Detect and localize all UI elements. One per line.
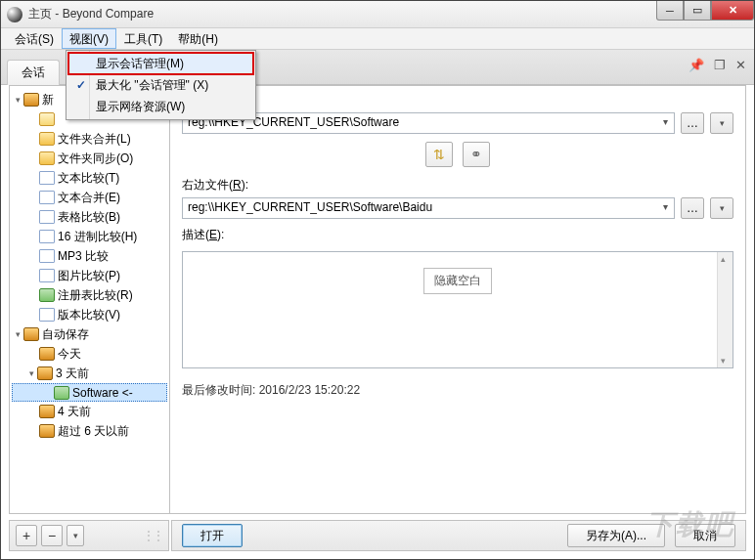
doc-icon <box>39 308 55 322</box>
cube-icon <box>37 366 53 380</box>
window-controls: ─ ▭ ✕ <box>656 1 754 21</box>
menu-item-label: 最大化 "会话管理" (X) <box>96 77 208 94</box>
add-session-button[interactable]: + <box>16 525 37 546</box>
registry-icon <box>54 386 69 400</box>
tab-close-icon[interactable]: ✕ <box>735 58 746 72</box>
resize-grip-icon: ⋮⋮ <box>143 529 162 542</box>
menu-show-session-manager[interactable]: 显示会话管理(M) <box>68 53 253 74</box>
save-as-button[interactable]: 另存为(A)... <box>567 524 665 547</box>
registry-icon <box>39 288 55 302</box>
tree-version-compare[interactable]: 版本比较(V) <box>12 305 167 324</box>
right-browse-dropdown[interactable] <box>710 197 733 219</box>
folder-icon <box>39 151 55 165</box>
cancel-button[interactable]: 取消 <box>675 524 735 547</box>
window-titlebar: 主页 - Beyond Compare ─ ▭ ✕ <box>1 1 754 28</box>
session-tree-sidebar: ▾新 文件夹合并(L) 文件夹同步(O) 文本比较(T) 文本合并(E) 表格比… <box>10 86 170 513</box>
description-scrollbar[interactable] <box>717 252 733 367</box>
remove-session-button[interactable]: − <box>41 525 63 546</box>
tree-image-compare[interactable]: 图片比较(P) <box>12 266 167 285</box>
tree-auto-save[interactable]: ▾自动保存 <box>12 324 167 344</box>
tree-text-compare[interactable]: 文本比较(T) <box>12 168 167 188</box>
menu-help[interactable]: 帮助(H) <box>170 28 226 49</box>
cube-icon <box>23 93 39 107</box>
close-button[interactable]: ✕ <box>711 1 754 21</box>
last-modified-line: 最后修改时间: 2016/2/23 15:20:22 <box>170 368 745 405</box>
right-path-combo[interactable]: reg:\\HKEY_CURRENT_USER\Software\Baidu <box>182 197 675 219</box>
hidden-blank-placeholder: 隐藏空白 <box>423 268 492 294</box>
menu-view[interactable]: 视图(V) <box>62 28 116 49</box>
left-browse-button[interactable]: … <box>681 112 704 134</box>
right-file-section: 右边文件(R): reg:\\HKEY_CURRENT_USER\Softwar… <box>170 177 745 221</box>
tree-label: 版本比较(V) <box>58 307 120 323</box>
minimize-button[interactable]: ─ <box>656 1 684 21</box>
last-modified-label: 最后修改时间: <box>182 383 259 397</box>
left-file-section: 左边文件(L): reg:\\HKEY_CURRENT_USER\Softwar… <box>170 86 745 136</box>
tree-label: Software <- <box>72 386 133 400</box>
swap-link-buttons: ⇅ ⚭ <box>170 136 745 177</box>
content-bottom-toolbar: 打开 另存为(A)... 取消 <box>171 520 746 551</box>
menu-item-label: 显示会话管理(M) <box>96 56 184 72</box>
swap-sides-button[interactable]: ⇅ <box>425 142 453 167</box>
session-tree: ▾新 文件夹合并(L) 文件夹同步(O) 文本比较(T) 文本合并(E) 表格比… <box>10 86 169 445</box>
cube-icon <box>39 405 55 418</box>
session-options-dropdown[interactable] <box>67 525 84 546</box>
cube-icon <box>23 327 39 341</box>
tree-text-merge[interactable]: 文本合并(E) <box>12 188 167 207</box>
description-label: 描述(E): <box>182 227 733 243</box>
open-button[interactable]: 打开 <box>182 524 243 547</box>
tree-label: 今天 <box>58 346 81 363</box>
last-modified-value: 2016/2/23 15:20:22 <box>259 383 360 397</box>
menu-item-label: 显示网络资源(W) <box>96 99 185 115</box>
tree-mp3-compare[interactable]: MP3 比较 <box>12 246 167 266</box>
left-browse-dropdown[interactable] <box>710 112 733 134</box>
doc-icon <box>39 249 55 263</box>
right-browse-button[interactable]: … <box>681 197 704 219</box>
pin-icon[interactable]: 📌 <box>688 58 704 72</box>
description-textarea[interactable]: 隐藏空白 <box>182 251 733 368</box>
cube-icon <box>39 424 55 438</box>
doc-icon <box>39 210 55 224</box>
menu-show-network-resources[interactable]: 显示网络资源(W) <box>68 96 253 117</box>
tree-label: 超过 6 天以前 <box>58 423 129 440</box>
right-path-value: reg:\\HKEY_CURRENT_USER\Software\Baidu <box>188 200 432 214</box>
tree-label: 自动保存 <box>42 326 89 343</box>
menu-tools[interactable]: 工具(T) <box>116 28 170 49</box>
window-title: 主页 - Beyond Compare <box>28 6 154 22</box>
tree-label: 3 天前 <box>56 366 89 382</box>
tree-label: 16 进制比较(H) <box>58 229 137 245</box>
tree-label: 新 <box>42 92 54 108</box>
session-detail-panel: 左边文件(L): reg:\\HKEY_CURRENT_USER\Softwar… <box>170 86 745 513</box>
sidebar-bottom-toolbar: + − ⋮⋮ <box>9 520 169 551</box>
menubar: 会话(S) 视图(V) 工具(T) 帮助(H) <box>1 28 754 50</box>
tree-item-software[interactable]: Software <- <box>12 383 167 402</box>
app-icon <box>7 7 22 22</box>
tree-4-days-ago[interactable]: 4 天前 <box>12 402 167 421</box>
tree-over-6-days[interactable]: 超过 6 天以前 <box>12 421 167 441</box>
tree-registry-compare[interactable]: 注册表比较(R) <box>12 285 167 305</box>
tab-session[interactable]: 会话 <box>7 60 60 85</box>
doc-icon <box>39 269 55 282</box>
tree-label: 表格比较(B) <box>58 209 120 226</box>
doc-icon <box>39 171 55 185</box>
main-body: ▾新 文件夹合并(L) 文件夹同步(O) 文本比较(T) 文本合并(E) 表格比… <box>9 85 746 514</box>
menu-session[interactable]: 会话(S) <box>7 28 62 49</box>
tree-folder-merge[interactable]: 文件夹合并(L) <box>12 129 167 149</box>
menu-maximize-session-manager[interactable]: ✓ 最大化 "会话管理" (X) <box>68 74 253 96</box>
tree-label: 文本合并(E) <box>58 190 120 206</box>
tree-3-days-ago[interactable]: ▾3 天前 <box>12 364 167 383</box>
tree-label: 图片比较(P) <box>58 268 120 284</box>
tree-folder-sync[interactable]: 文件夹同步(O) <box>12 149 167 168</box>
maximize-button[interactable]: ▭ <box>684 1 711 21</box>
tree-label: 文件夹同步(O) <box>58 151 133 167</box>
tree-today[interactable]: 今天 <box>12 344 167 364</box>
tree-hex-compare[interactable]: 16 进制比较(H) <box>12 227 167 246</box>
tree-table-compare[interactable]: 表格比较(B) <box>12 207 167 227</box>
link-button[interactable]: ⚭ <box>463 142 490 167</box>
tab-tools: 📌 ❐ ✕ <box>688 58 746 72</box>
restore-icon[interactable]: ❐ <box>714 58 726 72</box>
check-icon: ✓ <box>76 78 86 92</box>
description-section: 描述(E): <box>170 221 745 249</box>
tree-label: MP3 比较 <box>58 248 109 265</box>
folder-open-icon <box>39 112 55 126</box>
cube-icon <box>39 347 55 361</box>
